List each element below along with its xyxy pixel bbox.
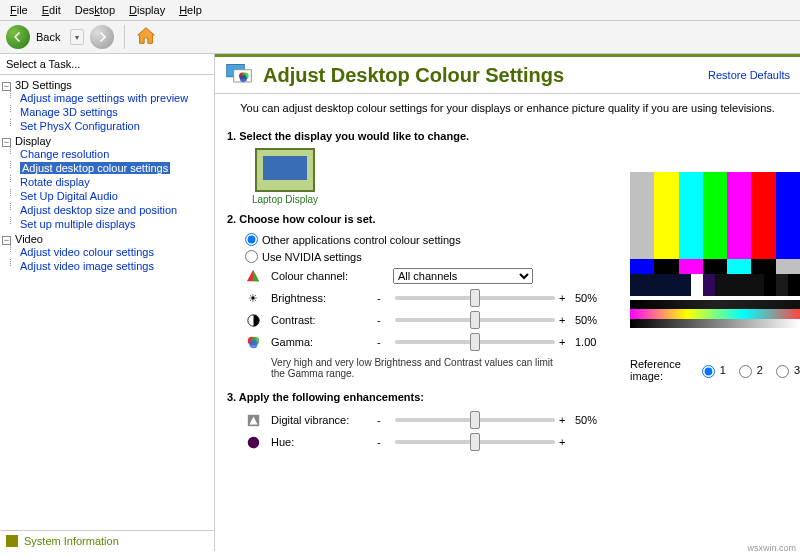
restore-defaults-link[interactable]: Restore Defaults	[708, 69, 790, 81]
tree-item[interactable]: Set up multiple displays	[2, 217, 212, 231]
page-title: Adjust Desktop Colour Settings	[263, 64, 698, 87]
tree-group-video[interactable]: Video	[15, 233, 43, 245]
back-history-dropdown[interactable]: ▾	[70, 29, 84, 45]
digital-vibrance-icon	[245, 412, 261, 428]
tree-item[interactable]: Rotate display	[2, 175, 212, 189]
panel-header: Adjust Desktop Colour Settings Restore D…	[215, 57, 800, 94]
collapse-icon[interactable]: −	[2, 236, 11, 245]
gamma-slider[interactable]	[395, 340, 555, 344]
back-button[interactable]	[6, 25, 30, 49]
home-button[interactable]	[135, 25, 157, 49]
refimg-1[interactable]	[702, 365, 715, 378]
radio-other-label: Other applications control colour settin…	[262, 234, 461, 246]
watermark: wsxwin.com	[747, 543, 796, 553]
radio-nvidia-label: Use NVIDIA settings	[262, 251, 362, 263]
menu-file[interactable]: File	[4, 2, 34, 18]
dv-label: Digital vibrance:	[271, 414, 371, 426]
contrast-value: 50%	[575, 314, 615, 326]
tree-item-selected[interactable]: Adjust desktop colour settings	[2, 161, 212, 175]
arrow-left-icon	[12, 31, 24, 43]
step3-title: 3. Apply the following enhancements:	[227, 391, 618, 403]
collapse-icon[interactable]: −	[2, 82, 11, 91]
colour-channel-select[interactable]: All channels	[393, 268, 533, 284]
channel-label: Colour channel:	[271, 270, 371, 282]
preview-panel: Reference image: 1 2 3	[630, 122, 800, 551]
tree-item[interactable]: Adjust video image settings	[2, 259, 212, 273]
gamma-value: 1.00	[575, 336, 615, 348]
menu-desktop[interactable]: Desktop	[69, 2, 121, 18]
brightness-icon: ☀	[245, 290, 261, 306]
refimg-3[interactable]	[776, 365, 789, 378]
collapse-icon[interactable]: −	[2, 138, 11, 147]
svg-point-8	[249, 340, 257, 348]
back-label: Back	[36, 31, 60, 43]
system-information-link[interactable]: System Information	[0, 530, 214, 551]
svg-point-4	[240, 75, 247, 82]
reference-image-selector: Reference image: 1 2 3	[630, 358, 800, 382]
sidebar: Select a Task... −3D Settings Adjust ima…	[0, 54, 215, 551]
brightness-slider[interactable]	[395, 296, 555, 300]
toolbar: Back ▾	[0, 21, 800, 54]
arrow-right-icon	[96, 31, 108, 43]
tree-item[interactable]: Set Up Digital Audio	[2, 189, 212, 203]
hue-slider[interactable]	[395, 440, 555, 444]
tree-item[interactable]: Adjust desktop size and position	[2, 203, 212, 217]
gradient-preview	[630, 300, 800, 328]
sysinfo-label: System Information	[24, 535, 119, 547]
gamma-note: Very high and very low Brightness and Co…	[227, 353, 567, 383]
monitor-thumbnail-icon	[255, 148, 315, 192]
hue-icon	[245, 434, 261, 450]
step2-title: 2. Choose how colour is set.	[227, 213, 618, 225]
contrast-slider[interactable]	[395, 318, 555, 322]
svg-point-11	[247, 436, 258, 447]
digital-vibrance-slider[interactable]	[395, 418, 555, 422]
hue-label: Hue:	[271, 436, 371, 448]
page-description: You can adjust desktop colour settings f…	[215, 94, 800, 122]
task-tree: −3D Settings Adjust image settings with …	[0, 75, 214, 530]
tree-group-display[interactable]: Display	[15, 135, 51, 147]
display-name: Laptop Display	[251, 194, 319, 205]
menu-edit[interactable]: Edit	[36, 2, 67, 18]
radio-nvidia[interactable]	[245, 250, 258, 263]
sidebar-title: Select a Task...	[0, 54, 214, 75]
tree-item[interactable]: Set PhysX Configuration	[2, 119, 212, 133]
display-thumb[interactable]: Laptop Display	[251, 148, 319, 205]
tree-group-3d[interactable]: 3D Settings	[15, 79, 72, 91]
menu-help[interactable]: Help	[173, 2, 208, 18]
main-panel: Adjust Desktop Colour Settings Restore D…	[215, 54, 800, 551]
gamma-icon	[245, 334, 261, 350]
colour-channel-icon	[245, 268, 261, 284]
colour-bars-preview	[630, 172, 800, 296]
contrast-label: Contrast:	[271, 314, 371, 326]
radio-other-apps[interactable]	[245, 233, 258, 246]
contrast-icon	[245, 312, 261, 328]
sysinfo-icon	[6, 535, 18, 547]
menubar: File Edit Desktop Display Help	[0, 0, 800, 21]
toolbar-divider	[124, 25, 125, 49]
step1-title: 1. Select the display you would like to …	[227, 130, 618, 142]
tree-item[interactable]: Adjust video colour settings	[2, 245, 212, 259]
forward-button[interactable]	[90, 25, 114, 49]
refimg-2[interactable]	[739, 365, 752, 378]
refimg-label: Reference image:	[630, 358, 689, 382]
tree-item[interactable]: Manage 3D settings	[2, 105, 212, 119]
dv-value: 50%	[575, 414, 615, 426]
tree-item[interactable]: Adjust image settings with preview	[2, 91, 212, 105]
menu-display[interactable]: Display	[123, 2, 171, 18]
gamma-label: Gamma:	[271, 336, 371, 348]
home-icon	[135, 25, 157, 47]
brightness-label: Brightness:	[271, 292, 371, 304]
brightness-value: 50%	[575, 292, 615, 304]
monitor-icon	[225, 61, 253, 89]
tree-item[interactable]: Change resolution	[2, 147, 212, 161]
